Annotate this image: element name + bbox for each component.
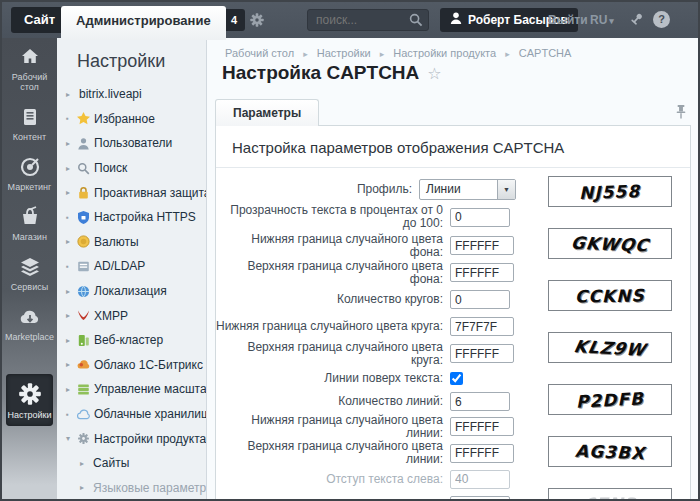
menu-item-web-cluster[interactable]: ▸ Веб-кластер bbox=[57, 328, 206, 353]
menu-item-scaling-management[interactable]: ▸ Управление масштабированием bbox=[57, 377, 206, 402]
user-icon bbox=[77, 137, 94, 150]
language-dropdown[interactable]: RU▾ bbox=[590, 2, 614, 39]
select-value: Линии bbox=[420, 182, 497, 196]
menu-item-cloud-1c-bitrix[interactable]: ▸ Облако 1С-Битрикс bbox=[57, 353, 206, 378]
breadcrumb-item[interactable]: Настройки продукта bbox=[393, 47, 496, 59]
pin-icon[interactable] bbox=[628, 12, 644, 28]
menu-item-product-settings[interactable]: ▾ Настройки продукта bbox=[57, 426, 206, 451]
circle-color-low-input[interactable] bbox=[450, 317, 514, 336]
user-icon bbox=[450, 12, 462, 28]
captcha-sample: KLZ9W bbox=[548, 332, 672, 363]
parameters-panel: Настройка параметров отображения CAPTCHA… bbox=[215, 125, 691, 501]
partial-input[interactable] bbox=[450, 496, 510, 501]
form-row-circle-color-low: Нижняя граница случайного цвета круга: bbox=[216, 313, 516, 340]
main-content: Рабочий стол ▸ Настройки ▸ Настройки про… bbox=[207, 38, 698, 499]
menu-item-sites[interactable]: ▸ Сайты bbox=[57, 451, 206, 476]
rail-label: Настройки bbox=[7, 410, 51, 420]
captcha-sample: CCKNS bbox=[548, 280, 672, 311]
line-color-low-input[interactable] bbox=[450, 417, 514, 436]
tab-parameters[interactable]: Параметры bbox=[215, 99, 319, 126]
menu-item-bitrix-liveapi[interactable]: ▸ bitrix.liveapi bbox=[57, 82, 206, 107]
form-row-partial bbox=[216, 492, 516, 501]
captcha-sample-faded: 67N2 bbox=[548, 488, 672, 501]
page-title-text: Настройка CAPTCHA bbox=[222, 62, 419, 83]
logout-link[interactable]: Выйти bbox=[548, 2, 588, 38]
bullet-icon: ▪ bbox=[66, 213, 77, 222]
bg-color-high-input[interactable] bbox=[450, 263, 514, 282]
gear-icon[interactable] bbox=[249, 12, 265, 28]
rail-label: Магазин bbox=[12, 232, 47, 242]
sidebar-item-settings[interactable]: Настройки bbox=[6, 374, 53, 426]
circles-count-input[interactable] bbox=[450, 290, 510, 309]
breadcrumb: Рабочий стол ▸ Настройки ▸ Настройки про… bbox=[225, 47, 571, 59]
lines-count-input[interactable] bbox=[450, 392, 510, 411]
layers-icon bbox=[18, 255, 42, 279]
tab-administration[interactable]: Администрирование bbox=[61, 6, 226, 40]
field-label: Нижняя граница случайного цвета круга: bbox=[216, 320, 450, 333]
tab-site[interactable]: Сайт bbox=[11, 7, 68, 33]
chevron-right-icon: ▸ bbox=[66, 188, 77, 197]
lines-over-text-checkbox[interactable] bbox=[450, 372, 463, 385]
chevron-right-icon: ▸ bbox=[66, 139, 77, 148]
form-row-bg-color-low: Нижняя граница случайного цвета фона: bbox=[216, 232, 516, 259]
chevron-right-icon: ▸ bbox=[66, 385, 77, 394]
chevron-right-icon: ▸ bbox=[80, 459, 91, 468]
xmpp-icon bbox=[77, 309, 94, 322]
tab-strip: Параметры bbox=[207, 99, 698, 125]
menu-title: Настройки bbox=[77, 51, 206, 72]
bg-color-low-input[interactable] bbox=[450, 236, 514, 255]
menu-item-ad-ldap[interactable]: ▪ AD/LDAP bbox=[57, 254, 206, 279]
settings-menu-panel: Настройки ▸ bitrix.liveapi ▪ Избранное ▸… bbox=[57, 38, 207, 499]
bullet-icon: ▪ bbox=[66, 114, 77, 123]
scaling-icon bbox=[77, 383, 94, 396]
sidebar-item-desktop[interactable]: Рабочий стол bbox=[2, 38, 57, 98]
favorite-star-icon[interactable]: ☆ bbox=[427, 65, 441, 82]
field-label: Верхняя граница случайного цвета круга: bbox=[216, 341, 450, 367]
circle-color-high-input[interactable] bbox=[450, 344, 514, 363]
menu-item-https-settings[interactable]: ▪ Настройка HTTPS bbox=[57, 205, 206, 230]
field-label: Верхняя граница случайного цвета линии: bbox=[216, 440, 450, 466]
breadcrumb-item[interactable]: Рабочий стол bbox=[225, 47, 294, 59]
help-icon[interactable]: ? bbox=[653, 11, 670, 28]
sidebar-item-content[interactable]: Контент bbox=[2, 98, 57, 148]
rail-label: Контент bbox=[13, 132, 46, 142]
bullet-icon: ▪ bbox=[66, 262, 77, 271]
target-icon bbox=[18, 155, 42, 179]
sidebar-item-services[interactable]: Сервисы bbox=[2, 248, 57, 298]
bullet-icon: ▪ bbox=[66, 410, 77, 419]
menu-item-language-parameters[interactable]: ▸ Языковые параметры bbox=[57, 476, 206, 500]
search-icon[interactable] bbox=[409, 13, 423, 27]
menu-item-localization[interactable]: ▸ Локализация bbox=[57, 279, 206, 304]
line-color-high-input[interactable] bbox=[450, 444, 514, 463]
chevron-down-icon[interactable]: ▼ bbox=[497, 180, 515, 199]
form-row-circle-color-high: Верхняя граница случайного цвета круга: bbox=[216, 340, 516, 367]
sidebar-item-marketplace[interactable]: Marketplace bbox=[2, 298, 57, 348]
text-left-offset-input[interactable] bbox=[450, 470, 510, 489]
menu-item-xmpp[interactable]: ▸ XMPP bbox=[57, 303, 206, 328]
cluster-icon bbox=[77, 334, 94, 347]
chevron-right-icon: ▸ bbox=[66, 287, 77, 296]
profile-select[interactable]: Линии ▼ bbox=[419, 179, 516, 200]
field-label: Количество кругов: bbox=[216, 293, 450, 306]
menu-item-cloud-storage[interactable]: ▪ Облачные хранилища bbox=[57, 402, 206, 427]
admin-window: Сайт Администрирование 4 bbox=[0, 0, 700, 501]
captcha-sample: GKWQC bbox=[548, 228, 672, 259]
menu-item-search[interactable]: ▸ Поиск bbox=[57, 156, 206, 181]
transparency-input[interactable] bbox=[450, 208, 510, 227]
menu-item-currencies[interactable]: ▸ Валюты bbox=[57, 230, 206, 255]
sidebar-item-store[interactable]: Магазин bbox=[2, 198, 57, 248]
breadcrumb-item[interactable]: Настройки bbox=[317, 47, 371, 59]
menu-item-favorites[interactable]: ▪ Избранное bbox=[57, 107, 206, 132]
field-label: Верхняя граница случайного цвета фона: bbox=[216, 260, 450, 286]
pin-icon[interactable] bbox=[674, 104, 688, 120]
search-icon bbox=[77, 162, 94, 175]
menu-item-proactive-protection[interactable]: ▸ Проактивная защита bbox=[57, 180, 206, 205]
sidebar-item-marketing[interactable]: Маркетинг bbox=[2, 148, 57, 198]
search-box bbox=[307, 9, 429, 31]
menu-item-users[interactable]: ▸ Пользователи bbox=[57, 131, 206, 156]
form-row-transparency: Прозрачность текста в процентах от 0 до … bbox=[216, 202, 516, 232]
breadcrumb-item[interactable]: CAPTCHA bbox=[519, 47, 572, 59]
globe-icon bbox=[77, 285, 94, 298]
captcha-sample: NJ558 bbox=[548, 176, 672, 207]
chevron-down-icon: ▾ bbox=[66, 434, 77, 443]
